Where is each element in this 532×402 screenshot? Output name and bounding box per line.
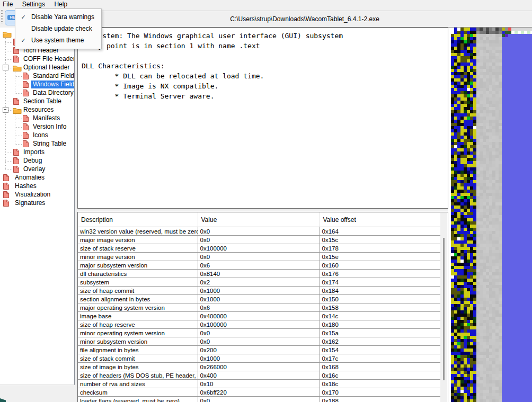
table-cell: 0x18c <box>320 380 441 388</box>
table-row[interactable]: major subsystem version0x60x160 <box>78 261 441 270</box>
table-row[interactable]: size of stack commit0x10000x17c <box>78 354 441 363</box>
table-row[interactable]: major image version0x00x15c <box>78 236 441 244</box>
table-cell: size of image in bytes <box>78 363 198 371</box>
tree-item-string-table[interactable]: String Table <box>0 140 74 148</box>
table-cell: 0x170 <box>320 388 441 397</box>
table-cell: minor operating system version <box>78 329 198 337</box>
menu-help[interactable]: Help <box>50 0 71 9</box>
table-row[interactable]: size of stack reserve0x1000000x178 <box>78 244 441 253</box>
tree-item-resources[interactable]: Resources <box>0 106 74 114</box>
table-row[interactable]: size of heap reserve0x1000000x180 <box>78 320 441 329</box>
tree-item-label: Debug <box>22 157 43 165</box>
table-row[interactable]: minor subsystem version0x00x162 <box>78 337 441 346</box>
table-row[interactable]: major operating system version0x60x158 <box>78 303 441 312</box>
tree-item-overlay[interactable]: Overlay <box>0 165 74 174</box>
tree-item-label: Imports <box>22 148 46 156</box>
table-cell: 0x0 <box>198 329 320 337</box>
table-cell: 0x1000 <box>198 354 320 363</box>
file-path-tab[interactable]: C:\Users\strup\Downloads\WacomTablet_6.4… <box>230 15 379 23</box>
table-cell: size of headers (MS DOS stub, PE header,… <box>78 371 198 380</box>
table-row[interactable]: size of heap commit0x10000x184 <box>78 287 441 295</box>
tree-item-label: Overlay <box>22 165 47 173</box>
tree-item-manifests[interactable]: Manifests <box>0 114 74 123</box>
table-cell: 0x1000 <box>198 287 320 295</box>
table-cell: 0x168 <box>320 363 441 371</box>
tree-item-windows-fields[interactable]: Windows Fields <box>0 81 74 89</box>
table-row[interactable]: subsystem0x20x174 <box>78 278 441 287</box>
vertical-scrollbar[interactable] <box>440 213 447 402</box>
table-cell: 0x174 <box>320 278 441 287</box>
menu-item-disable-update-check[interactable]: Disable update check <box>15 23 101 34</box>
tree-item-data-directory[interactable]: Data Directory <box>0 89 74 97</box>
table-cell: checksum <box>78 388 198 397</box>
tree-item-hashes[interactable]: Hashes <box>0 182 74 191</box>
tree-item-visualization[interactable]: Visualization <box>0 191 74 199</box>
tree-item-icons[interactable]: Icons <box>0 131 74 140</box>
tree-item-label: Icons <box>31 131 50 139</box>
menu-settings[interactable]: Settings <box>19 0 49 9</box>
tree-item-label: Visualization <box>13 191 52 199</box>
tree-item-optional-header[interactable]: Optional Header <box>0 64 74 72</box>
column-header-value[interactable]: Value <box>198 212 320 227</box>
tree-item-version-info[interactable]: Version Info <box>0 123 74 131</box>
table-row[interactable]: dll characteristics0x81400x176 <box>78 270 441 278</box>
table-cell: 0x0 <box>198 253 320 261</box>
tree-item-label: COFF File Header <box>22 55 75 63</box>
table-cell: 0x2 <box>198 278 320 287</box>
table-row[interactable]: image base0x4000000x14c <box>78 312 441 320</box>
table-row[interactable]: win32 version value (reserved, must be z… <box>78 227 441 236</box>
table-cell: 0x8140 <box>198 270 320 278</box>
table-cell: 0x184 <box>320 287 441 295</box>
tree-item-label: Signatures <box>13 199 47 207</box>
table-row[interactable]: section alignment in bytes0x10000x150 <box>78 295 441 303</box>
tree-item-anomalies[interactable]: Anomalies <box>0 174 74 182</box>
table-row[interactable]: number of rva and sizes0x100x18c <box>78 380 441 388</box>
binary-visualization-canvas <box>451 28 532 402</box>
table-cell: minor image version <box>78 253 198 261</box>
table-cell: 0x100000 <box>198 244 320 253</box>
menu-item-label: Use system theme <box>31 34 101 46</box>
table-row[interactable]: file alignment in bytes0x2000x154 <box>78 346 441 354</box>
table-cell: 0x178 <box>320 244 441 253</box>
table-row[interactable]: minor operating system version0x00x15a <box>78 329 441 337</box>
checkmark-icon: ✓ <box>15 11 31 23</box>
column-header-value-offset[interactable]: Value offset <box>320 212 441 227</box>
table-cell: 0x16c <box>320 371 441 380</box>
table-row[interactable]: loader flags (reserved, must be zero)0x0… <box>78 397 441 402</box>
table-cell: size of heap reserve <box>78 320 198 329</box>
table-cell: 0x10 <box>198 380 320 388</box>
table-row[interactable]: minor image version0x00x15e <box>78 253 441 261</box>
table-cell: 0x15e <box>320 253 441 261</box>
tree-item-imports[interactable]: Imports <box>0 148 74 157</box>
tree-item-label: Data Directory <box>31 89 75 97</box>
column-header-description[interactable]: Description <box>78 212 198 227</box>
menu-item-use-system-theme[interactable]: ✓Use system theme <box>15 34 101 46</box>
table-cell: 0x100000 <box>198 320 320 329</box>
toolbar-gripper[interactable] <box>1 10 3 24</box>
table-cell: major operating system version <box>78 303 198 312</box>
info-text: Subsystem: The Windows graphical user in… <box>78 28 448 101</box>
table-row[interactable]: size of image in bytes0x2660000x168 <box>78 363 441 371</box>
table-cell: minor subsystem version <box>78 337 198 346</box>
table-cell: 0x176 <box>320 270 441 278</box>
menu-file[interactable]: File <box>0 0 16 9</box>
scrollbar-thumb[interactable] <box>443 238 445 380</box>
tree-item-signatures[interactable]: Signatures <box>0 199 74 208</box>
tree-panel: Rich HeaderCOFF File HeaderOptional Head… <box>0 28 75 385</box>
tree-item-label: Windows Fields <box>31 81 75 88</box>
menu-item-disable-yara-warnings[interactable]: ✓Disable Yara warnings <box>15 11 101 23</box>
table-row[interactable]: size of headers (MS DOS stub, PE header,… <box>78 371 441 380</box>
table-cell: 0x6bff220 <box>198 388 320 397</box>
table-cell: major subsystem version <box>78 261 198 270</box>
tree-item-coff-file-header[interactable]: COFF File Header <box>0 55 74 64</box>
tree-item-label: Manifests <box>31 114 61 122</box>
table-cell: 0x0 <box>198 236 320 244</box>
table-panel: DescriptionValueValue offset win32 versi… <box>77 212 448 402</box>
tree-item-label: Section Table <box>22 97 63 105</box>
table-cell: dll characteristics <box>78 270 198 278</box>
tree-item-debug[interactable]: Debug <box>0 157 74 165</box>
table-row[interactable]: checksum0x6bff2200x170 <box>78 388 441 397</box>
tree-item-standard-fields[interactable]: Standard Fields <box>0 72 74 81</box>
tree-item-section-table[interactable]: Section Table <box>0 97 74 106</box>
checkmark-icon: ✓ <box>15 34 31 46</box>
